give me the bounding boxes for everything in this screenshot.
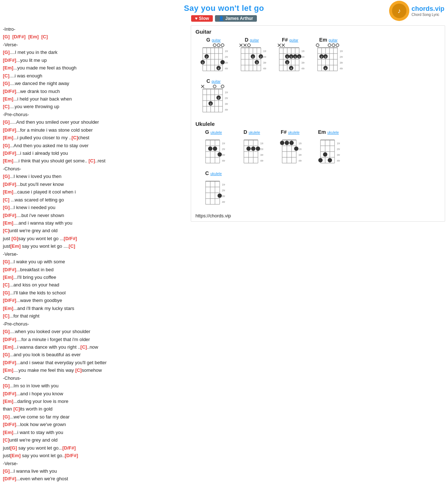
- chord-link[interactable]: [C]: [72, 135, 78, 140]
- chord-link[interactable]: [Em]: [28, 34, 39, 39]
- chord-link[interactable]: [D/F#]: [3, 391, 16, 396]
- chord-link[interactable]: [D/F#]: [65, 453, 78, 458]
- chord-link[interactable]: [Em]: [3, 65, 13, 71]
- chord-link[interactable]: [D/F#]: [3, 476, 16, 481]
- svg-text:3fr: 3fr: [225, 61, 228, 64]
- chord-link[interactable]: [G]: [10, 445, 17, 451]
- chord-link[interactable]: [G]: [3, 329, 10, 334]
- chord-link[interactable]: [D/F#]: [3, 127, 16, 133]
- chord-type-link[interactable]: ukulele: [211, 131, 222, 135]
- chord-link[interactable]: [C]: [3, 104, 9, 109]
- chord-type-link[interactable]: ukulele: [288, 131, 300, 135]
- chord-link[interactable]: [C]: [3, 228, 9, 233]
- chord-type-link[interactable]: ukulele: [210, 172, 222, 176]
- chord-diagram[interactable]: Emukulele1fr2fr3fr4fr: [310, 129, 346, 168]
- chord-link[interactable]: [D/F#]: [3, 360, 16, 365]
- lyric-line: [G]...I'll take the kids to school: [3, 289, 185, 297]
- lyric-line: [C]...and kiss on your head: [3, 281, 185, 289]
- lyric-line: [G].....And then you smiled over your sh…: [3, 118, 185, 126]
- svg-text:1: 1: [290, 55, 292, 59]
- artist-badge[interactable]: 👤 James Arthur: [215, 15, 257, 22]
- chord-diagram[interactable]: Gukulele1fr2fr3fr4fr: [195, 129, 232, 168]
- chord-link[interactable]: [G]: [3, 383, 10, 388]
- chord-link[interactable]: [D/F#]: [3, 267, 16, 272]
- chord-diagram[interactable]: F#guitar1fr2fr3fr4fr111124: [272, 37, 308, 76]
- chord-type-link[interactable]: guitar: [250, 38, 259, 42]
- lyric-line: [Em]...cause i played it cool when i: [3, 188, 185, 196]
- chord-link[interactable]: [Em]: [3, 430, 13, 435]
- chord-link[interactable]: [Em]: [10, 243, 21, 249]
- chord-diagram[interactable]: Cguitar1fr2fr3fr4fr23: [195, 78, 232, 117]
- chord-link[interactable]: [D/F#]: [3, 337, 16, 342]
- chord-link[interactable]: [G]: [3, 119, 10, 125]
- chord-link[interactable]: [D/F#]: [3, 150, 16, 156]
- chord-link[interactable]: [C]: [3, 197, 9, 203]
- chord-link[interactable]: [Em]: [3, 96, 13, 102]
- svg-text:3fr: 3fr: [260, 153, 264, 157]
- chord-type-link[interactable]: guitar: [289, 38, 298, 42]
- chord-link[interactable]: [C]: [41, 34, 48, 39]
- chord-link[interactable]: [D/F#]: [3, 298, 16, 303]
- chord-link[interactable]: [C]: [3, 73, 9, 78]
- chord-diagram[interactable]: Dguitar1fr2fr3fr4fr123: [234, 37, 270, 76]
- svg-text:1fr: 1fr: [263, 50, 267, 53]
- chord-link[interactable]: [C]: [3, 313, 9, 319]
- slow-badge[interactable]: ♥ Slow: [191, 15, 212, 22]
- chord-link[interactable]: [Em]: [3, 158, 13, 163]
- chord-link[interactable]: [D/F#]: [12, 34, 26, 39]
- chord-link[interactable]: [G]: [3, 414, 10, 420]
- chord-link[interactable]: [Em]: [3, 344, 13, 350]
- chord-link[interactable]: [D/F#]: [64, 236, 77, 241]
- chord-link[interactable]: [G]: [3, 81, 10, 86]
- lyric-line: [G] [D/F#] [Em] [C]: [3, 33, 185, 41]
- chord-type-link[interactable]: ukulele: [327, 131, 339, 135]
- chord-link[interactable]: [C]: [13, 406, 20, 412]
- chord-type-link[interactable]: guitar: [212, 38, 221, 42]
- chord-link[interactable]: [Em]: [3, 306, 13, 311]
- chord-link[interactable]: [D/F#]: [3, 422, 16, 427]
- chord-link[interactable]: [C]: [69, 243, 75, 249]
- lyric-line: [Em]....and i wanna stay with you: [3, 219, 185, 227]
- lyric-line: than [C]its worth in gold: [3, 405, 185, 413]
- chord-link[interactable]: [D/F#]: [3, 58, 16, 63]
- chord-link[interactable]: [G]: [3, 205, 10, 210]
- chord-diagram[interactable]: Gguitar1fr2fr3fr4fr234: [195, 37, 232, 76]
- logo-sub: Chord Song Lyric: [412, 13, 439, 17]
- chord-link[interactable]: [Em]: [3, 399, 13, 404]
- chord-link[interactable]: [C]: [3, 437, 9, 443]
- chord-link[interactable]: [Em]: [3, 367, 13, 373]
- svg-point-109: [316, 44, 319, 47]
- chord-link[interactable]: [C]: [81, 344, 87, 350]
- chord-type-link[interactable]: guitar: [328, 38, 337, 42]
- chord-link[interactable]: [G]: [3, 259, 10, 264]
- chord-link[interactable]: [D/F#]: [3, 182, 16, 187]
- chord-link[interactable]: [Em]: [3, 275, 13, 280]
- chord-link[interactable]: [G]: [3, 143, 10, 148]
- chord-link[interactable]: [C]: [75, 367, 82, 373]
- chord-link[interactable]: [Em]: [10, 453, 21, 458]
- chord-link[interactable]: [G]: [3, 352, 10, 357]
- chord-link[interactable]: [D/F#]: [3, 213, 16, 218]
- lyric-line: just[Em] say you wont let go ....[C]: [3, 242, 185, 250]
- chord-link[interactable]: [Em]: [3, 135, 13, 140]
- chord-link[interactable]: [Em]: [3, 220, 13, 226]
- chord-link[interactable]: [G]: [3, 290, 10, 295]
- chord-diagram[interactable]: Emguitar1fr2fr3fr4fr234: [310, 37, 346, 76]
- chord-diagram[interactable]: Cukulele1fr2fr3fr4fr: [195, 170, 232, 209]
- chord-link[interactable]: [D/F#]: [63, 445, 76, 451]
- chord-diagram[interactable]: Dukulele1fr2fr3fr4fr: [234, 129, 270, 168]
- chord-type-link[interactable]: ukulele: [249, 131, 260, 135]
- chord-link[interactable]: [Em]: [3, 189, 13, 195]
- chords-url[interactable]: https://chords.vip: [195, 213, 440, 218]
- chord-type-link[interactable]: guitar: [212, 80, 221, 84]
- chord-link[interactable]: [G]: [3, 174, 10, 179]
- chord-link[interactable]: [G]: [3, 50, 10, 55]
- chord-link[interactable]: [G]: [12, 236, 18, 241]
- chord-link[interactable]: [D/F#]: [3, 89, 16, 94]
- chord-link[interactable]: [C]: [3, 282, 9, 288]
- chord-diagram[interactable]: F#ukulele1fr2fr3fr4fr: [272, 129, 308, 168]
- chord-link[interactable]: [C]: [89, 158, 95, 163]
- chord-link[interactable]: [G]: [3, 34, 10, 39]
- chord-link[interactable]: [G]: [3, 468, 10, 474]
- lyric-line: -Intro-: [3, 25, 185, 33]
